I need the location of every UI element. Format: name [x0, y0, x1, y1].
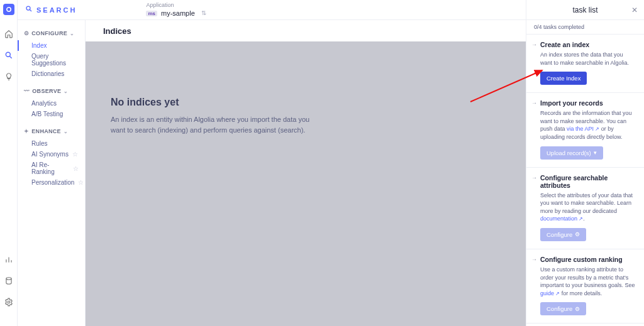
sidebar-item-label: Analytics — [31, 100, 57, 107]
svg-point-6 — [6, 278, 11, 280]
brand-name: SEARCH — [36, 6, 77, 14]
task-link[interactable]: documentation ↗ — [540, 215, 583, 222]
task-description: Use a custom ranking attribute to order … — [540, 266, 636, 297]
empty-title: No indices yet — [111, 97, 325, 108]
brand-logo[interactable] — [3, 4, 14, 15]
arrow-icon: → — [531, 256, 537, 263]
sidebar-item-ai-synonyms[interactable]: AI Synonyms☆ — [24, 149, 79, 160]
task-configure-searchable-attributes: →Configure searchable attributesSelect t… — [526, 168, 644, 249]
sidebar-item-label: Personalization — [31, 179, 74, 186]
task-desc-text: Use a custom ranking attribute to order … — [540, 266, 635, 288]
main-content: Indices No indices yet An index is an en… — [86, 20, 526, 326]
external-link-icon: ↗ — [577, 216, 583, 222]
application-selector[interactable]: Application ms my-sample ⇅ — [146, 2, 206, 18]
external-link-icon: ↗ — [594, 126, 599, 132]
switch-icon[interactable]: ⇅ — [201, 9, 206, 17]
task-title: Configure custom ranking — [540, 256, 636, 263]
sidebar-section-title: OBSERVE — [32, 88, 61, 94]
upload-record-s--button: Upload record(s)▾ — [540, 146, 603, 160]
sidebar-section-configure[interactable]: ⚙CONFIGURE⌄ — [24, 30, 79, 36]
rail-settings-icon[interactable] — [4, 297, 14, 307]
button-label: Upload record(s) — [547, 149, 591, 156]
svg-point-8 — [26, 6, 30, 10]
left-rail — [0, 0, 18, 326]
arrow-icon: → — [531, 100, 537, 106]
task-description: An index stores the data that you want t… — [540, 51, 636, 67]
sidebar-section-title: ENHANCE — [31, 128, 61, 134]
svg-point-1 — [6, 52, 10, 57]
task-configure-custom-ranking: →Configure custom rankingUse a custom ra… — [526, 249, 644, 323]
svg-line-9 — [30, 9, 31, 11]
task-list: →Create an indexAn index stores the data… — [526, 35, 644, 323]
task-title: Create an index — [540, 41, 636, 48]
gear-icon: ⚙ — [24, 30, 29, 36]
task-progress: 0/4 tasks completed — [526, 20, 644, 35]
task-desc-text: . — [583, 215, 585, 222]
task-description: Select the attributes of your data that … — [540, 192, 636, 223]
sidebar-item-dictionaries[interactable]: Dictionaries — [24, 68, 79, 79]
star-icon: ☆ — [78, 179, 84, 186]
button-label: Configure — [547, 305, 572, 312]
brand-title: SEARCH — [25, 5, 77, 14]
sidebar-section-observe[interactable]: 〰OBSERVE⌄ — [24, 88, 79, 94]
sidebar-item-analytics[interactable]: Analytics — [24, 98, 79, 109]
empty-body: An index is an entity within Algolia whe… — [111, 114, 325, 135]
task-create-an-index: →Create an indexAn index stores the data… — [526, 35, 644, 93]
panel-title: task list — [572, 6, 597, 14]
rail-bulb-icon[interactable] — [4, 72, 14, 82]
create-index-button[interactable]: Create Index — [540, 72, 587, 85]
task-description: Records are the information that you wan… — [540, 109, 636, 141]
button-icon: ⚙ — [575, 231, 580, 237]
external-link-icon: ↗ — [554, 291, 560, 296]
task-desc-text: An index stores the data that you want t… — [540, 52, 629, 66]
sidebar-item-label: Dictionaries — [31, 70, 64, 77]
button-label: Configure — [547, 231, 572, 238]
application-name: my-sample — [161, 9, 195, 18]
button-icon: ⚙ — [575, 306, 580, 312]
star-icon: ☆ — [72, 151, 78, 158]
task-desc-text: Select the attributes of your data that … — [540, 192, 633, 214]
svg-point-0 — [6, 8, 10, 11]
rail-analytics-icon[interactable] — [4, 254, 14, 264]
task-title: Configure searchable attributes — [540, 174, 636, 189]
rail-data-icon[interactable] — [4, 276, 14, 286]
task-link[interactable]: guide ↗ — [540, 290, 560, 296]
task-list-panel: task list ✕ 0/4 tasks completed →Create … — [526, 0, 644, 326]
application-tag: ms — [146, 11, 157, 17]
sidebar-item-label: A/B Testing — [31, 111, 63, 117]
svg-point-7 — [8, 301, 10, 303]
rail-search-icon[interactable] — [4, 50, 14, 60]
pulse-icon: 〰 — [24, 88, 30, 94]
page-title: Indices — [86, 20, 526, 41]
empty-state: No indices yet An index is an entity wit… — [86, 41, 350, 190]
sidebar-item-rules[interactable]: Rules — [24, 138, 79, 149]
sparkle-icon: ✦ — [24, 128, 29, 134]
sidebar-item-personalization[interactable]: Personalization☆ — [24, 177, 79, 188]
button-label: Create Index — [547, 75, 580, 82]
chevron-down-icon: ⌄ — [64, 89, 68, 94]
chevron-down-icon: ⌄ — [64, 129, 68, 134]
arrow-icon: → — [531, 41, 537, 48]
sidebar-item-label: Rules — [31, 140, 48, 147]
task-link[interactable]: via the API ↗ — [567, 126, 599, 132]
sidebar-section-title: CONFIGURE — [31, 30, 67, 36]
chevron-down-icon: ⌄ — [70, 31, 74, 36]
task-title: Import your records — [540, 99, 636, 107]
sidebar-item-label: Query Suggestions — [31, 53, 79, 67]
button-icon: ▾ — [594, 149, 597, 156]
rail-home-icon[interactable] — [4, 29, 14, 39]
sidebar-item-a-b-testing[interactable]: A/B Testing — [24, 109, 79, 119]
svg-line-2 — [9, 56, 11, 58]
close-icon[interactable]: ✕ — [631, 6, 638, 14]
sidebar-nav: ⚙CONFIGURE⌄IndexQuery SuggestionsDiction… — [18, 20, 86, 326]
application-label: Application — [146, 2, 206, 9]
sidebar-section-enhance[interactable]: ✦ENHANCE⌄ — [24, 128, 79, 134]
configure-button: Configure⚙ — [540, 302, 586, 315]
sidebar-item-ai-re-ranking[interactable]: AI Re-Ranking☆ — [24, 160, 79, 177]
sidebar-item-query-suggestions[interactable]: Query Suggestions — [24, 51, 79, 68]
sidebar-item-index[interactable]: Index — [18, 40, 79, 51]
sidebar-item-label: AI Re-Ranking — [31, 161, 69, 175]
sidebar-item-label: Index — [31, 42, 47, 49]
arrow-icon: → — [531, 175, 537, 181]
star-icon: ☆ — [73, 165, 79, 172]
